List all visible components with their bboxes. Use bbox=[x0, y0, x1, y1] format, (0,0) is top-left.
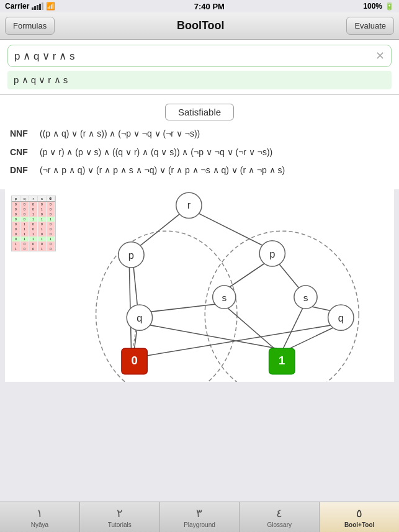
nnf-row: NNF ((p ∧ q) ∨ (r ∧ s)) ∧ (¬p ∨ ¬q ∨ (¬r… bbox=[10, 128, 389, 140]
input-area: ✕ p ∧ q ∨ r ∧ s bbox=[0, 40, 399, 95]
svg-text:s: s bbox=[303, 292, 308, 303]
booltool-label: Bool+Tool bbox=[344, 521, 374, 528]
svg-text:q: q bbox=[338, 312, 344, 324]
svg-text:q: q bbox=[137, 312, 142, 324]
cnf-value: (p ∨ r) ∧ (p ∨ s) ∧ ((q ∨ r) ∧ (q ∨ s)) … bbox=[40, 147, 389, 159]
time-label: 7:40 PM bbox=[194, 2, 225, 11]
nyaya-label: Nyāya bbox=[31, 521, 48, 528]
playground-label: Playground bbox=[184, 521, 215, 528]
satisfiability-badge: Satisfiable bbox=[165, 104, 234, 120]
dnf-value: (¬r ∧ p ∧ q) ∨ (r ∧ p ∧ s ∧ ¬q) ∨ (r ∧ p… bbox=[40, 165, 389, 177]
status-bar: Carrier 📶 7:40 PM 100% 🔋 bbox=[0, 0, 399, 12]
glossary-label: Glossary bbox=[267, 521, 292, 528]
nav-bar: Formulas BoolTool Evaluate bbox=[0, 12, 399, 40]
formula-input[interactable] bbox=[14, 50, 372, 62]
formulas-button[interactable]: Formulas bbox=[5, 17, 55, 35]
dnf-label: DNF bbox=[10, 165, 40, 177]
nyaya-icon: ١ bbox=[37, 507, 43, 520]
svg-text:p: p bbox=[128, 249, 134, 261]
evaluate-button[interactable]: Evaluate bbox=[346, 17, 394, 35]
svg-line-2 bbox=[135, 212, 183, 250]
svg-line-10 bbox=[283, 305, 304, 348]
tab-playground[interactable]: ٣ Playground bbox=[160, 502, 240, 532]
nnf-label: NNF bbox=[10, 128, 40, 140]
nnf-value: ((p ∧ q) ∨ (r ∧ s)) ∧ (¬p ∨ ¬q ∨ (¬r ∨ ¬… bbox=[40, 128, 389, 140]
tab-nyaya[interactable]: ١ Nyāya bbox=[0, 502, 80, 532]
clear-button[interactable]: ✕ bbox=[375, 49, 385, 63]
svg-point-0 bbox=[96, 231, 237, 382]
svg-line-4 bbox=[133, 263, 138, 308]
svg-text:s: s bbox=[222, 292, 226, 303]
app-title: BoolTool bbox=[177, 19, 225, 32]
svg-text:1: 1 bbox=[279, 354, 285, 367]
formula-display: p ∧ q ∨ r ∧ s bbox=[7, 71, 392, 89]
svg-line-3 bbox=[195, 212, 266, 247]
svg-text:0: 0 bbox=[131, 354, 137, 367]
tab-booltool[interactable]: ٥ Bool+Tool bbox=[320, 502, 399, 532]
tutorials-icon: ٢ bbox=[117, 507, 123, 520]
battery-icon: 🔋 bbox=[385, 2, 394, 11]
tab-glossary[interactable]: ٤ Glossary bbox=[240, 502, 320, 532]
graph-area: p q r s Φ 00000 00010 00100 00111 01000 … bbox=[5, 189, 394, 382]
glossary-icon: ٤ bbox=[276, 507, 282, 520]
signal-icon bbox=[32, 2, 43, 10]
status-left: Carrier 📶 bbox=[5, 2, 55, 11]
formula-input-container: ✕ bbox=[7, 45, 392, 67]
battery-label: 100% bbox=[363, 2, 382, 11]
svg-text:r: r bbox=[187, 199, 191, 211]
wifi-icon: 📶 bbox=[46, 2, 55, 11]
tab-bar: ١ Nyāya ٢ Tutorials ٣ Playground ٤ Gloss… bbox=[0, 502, 399, 532]
svg-line-5 bbox=[129, 265, 131, 348]
playground-icon: ٣ bbox=[196, 507, 202, 520]
tab-tutorials[interactable]: ٢ Tutorials bbox=[80, 502, 160, 532]
cnf-label: CNF bbox=[10, 147, 40, 159]
carrier-label: Carrier bbox=[5, 2, 29, 11]
svg-line-7 bbox=[224, 261, 267, 291]
status-right: 100% 🔋 bbox=[363, 2, 394, 11]
svg-line-8 bbox=[144, 304, 221, 312]
cnf-row: CNF (p ∨ r) ∧ (p ∨ s) ∧ ((q ∨ r) ∧ (q ∨ … bbox=[10, 147, 389, 159]
tutorials-label: Tutorials bbox=[108, 521, 132, 528]
booltool-icon: ٥ bbox=[356, 507, 362, 520]
svg-line-6 bbox=[277, 261, 301, 291]
results-area: Satisfiable NNF ((p ∧ q) ∨ (r ∧ s)) ∧ (¬… bbox=[0, 95, 399, 189]
dnf-row: DNF (¬r ∧ p ∧ q) ∨ (r ∧ p ∧ s ∧ ¬q) ∨ (r… bbox=[10, 165, 389, 177]
svg-line-14 bbox=[144, 324, 338, 356]
svg-text:p: p bbox=[269, 248, 275, 259]
bdd-graph: r p p s s q q 0 1 bbox=[5, 189, 394, 382]
